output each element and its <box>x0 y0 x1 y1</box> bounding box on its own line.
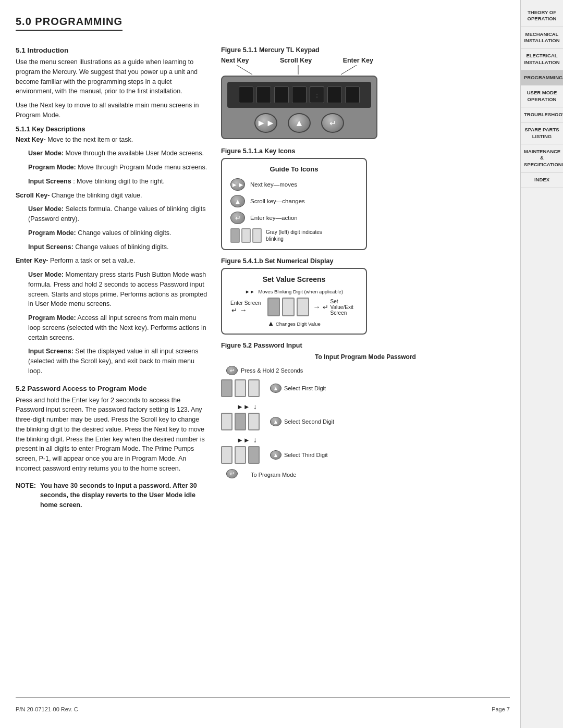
digit-sm-gray <box>230 228 240 243</box>
digit-4 <box>292 87 307 103</box>
digit-sm-1 <box>241 228 251 243</box>
scroll-input-screens-desc: Input Screens: Change values of blinking… <box>28 242 209 252</box>
enter-program-mode-label: Program Mode: <box>28 314 76 322</box>
icon-digit-label: Gray (left) digit indicates blinking <box>266 229 339 242</box>
key-icons-box: Guide To Icons ►► Next key—moves ▲ Scrol… <box>221 158 367 250</box>
digit-7 <box>345 87 360 103</box>
digit-display-med <box>267 298 309 316</box>
digit-display-sm <box>230 228 262 243</box>
input-screens-text: : Move blinking digit to the right. <box>73 178 165 185</box>
note-row: NOTE: You have 30 seconds to input a pas… <box>16 481 209 510</box>
scroll-icon-3: ▲ <box>270 450 282 460</box>
enter-icon-pw: ↵ <box>226 366 238 375</box>
password-figure: To Input Program Mode Password ↵ Press &… <box>221 353 510 478</box>
scroll-program-mode-desc: Program Mode: Change values of blinking … <box>28 228 209 238</box>
fig511a-label: Figure 5.1.1.a Key Icons <box>221 147 510 155</box>
input-screens-desc: Input Screens : Move blinking digit to t… <box>28 177 209 187</box>
sidebar-item-index[interactable]: INDEX <box>521 172 563 188</box>
pw-digit-1c <box>248 379 260 397</box>
select-first-digit: Select First Digit <box>284 385 326 391</box>
scroll-key-label: Scroll Key- <box>16 192 50 199</box>
sidebar-item-programming[interactable]: PROGRAMMING <box>521 70 563 85</box>
scroll-user-mode-label: User Mode: <box>28 205 64 213</box>
pw-digit-2b <box>235 413 246 430</box>
set-value-title: Set Value Screens <box>230 275 358 283</box>
enter-icon: ↵ <box>230 212 245 224</box>
digit-3 <box>274 87 289 103</box>
password-step-2: ▲ Select Second Digit <box>221 413 510 430</box>
scroll-key-callout: Scroll Key <box>280 57 312 64</box>
icon-scroll-label: Scroll key—changes <box>250 198 305 204</box>
enter-key-text: Perform a task or set a value. <box>50 257 135 264</box>
left-column: 5.1 Introduction Use the menu screen ill… <box>16 39 209 515</box>
icon-enter-row: ↵ Enter key—action <box>230 212 358 224</box>
enter-button[interactable]: ↵ <box>321 113 344 133</box>
sidebar-item-theory[interactable]: THEORY OFOPERATION <box>521 5 563 27</box>
pw-digit-2c <box>248 413 260 430</box>
scroll-button[interactable]: ▲ <box>288 113 311 133</box>
next-icon: ►► <box>230 178 245 191</box>
keypad-display: : <box>227 82 371 108</box>
input-screens-label: Input Screens <box>28 178 71 185</box>
sidebar-item-maintenance[interactable]: MAINTENANCE &SPECIFICATIONS <box>521 144 563 172</box>
pw-digit-2a <box>221 413 232 430</box>
fig511-label: Figure 5.1.1 Mercury TL Keypad <box>221 46 510 54</box>
pw-digit-1a <box>221 379 232 397</box>
section-511-title: 5.1.1 Key Descriptions <box>16 126 209 133</box>
section-51-title: 5.1 Introduction <box>16 46 209 54</box>
user-mode-text: Move through the available User Mode scr… <box>66 150 204 157</box>
to-program-mode-row: ↵ To Program Mode <box>226 469 510 478</box>
scroll-input-screens-text: Change values of blinking digits. <box>75 243 168 251</box>
sidebar-item-user-mode[interactable]: USER MODEOPERATION <box>521 85 563 107</box>
exit-screen-label: Set Value/Exit Screen <box>331 299 358 316</box>
arrow-down-1: ►► ↓ <box>237 402 510 411</box>
next-button[interactable]: ►► <box>254 113 277 133</box>
enter-input-screens-desc: Input Screens: Set the displayed value i… <box>28 347 209 376</box>
arrow-down-2: ►► ↓ <box>237 436 510 444</box>
pw-digit-3a <box>221 446 232 464</box>
scroll-key-text: Change the blinking digit value. <box>52 192 142 199</box>
next-key-text: Move to the next item or task. <box>47 136 133 143</box>
sidebar-item-troubleshooting[interactable]: TROUBLESHOOTING <box>521 107 563 122</box>
set-value-row: Enter Screen ↵ → → ↵ Set Value/Ex <box>230 298 358 316</box>
sidebar: THEORY OFOPERATION MECHANICALINSTALLATIO… <box>520 0 563 728</box>
sidebar-item-electrical[interactable]: ELECTRICALINSTALLATION <box>521 48 563 70</box>
changes-digit-label: ▲ Changes Digit Value <box>230 319 358 327</box>
note-box: NOTE: You have 30 seconds to input a pas… <box>16 481 209 510</box>
scroll-icon-1: ▲ <box>270 384 282 393</box>
enter-user-mode-desc: User Mode: Momentary press starts Push B… <box>28 270 209 309</box>
enter-key-label: Enter Key- <box>16 257 48 264</box>
footer-right: Page 7 <box>492 706 510 712</box>
next-key-callout: Next Key <box>221 57 249 64</box>
icon-next-label: Next key—moves <box>250 181 297 188</box>
pw-digit-3c <box>248 446 260 464</box>
icon-enter-label: Enter key—action <box>250 215 298 221</box>
enter-icon-final: ↵ <box>226 469 238 478</box>
sidebar-item-mechanical[interactable]: MECHANICALINSTALLATION <box>521 27 563 49</box>
moves-blinking-label: Moves Blinking Digit (when applicable) <box>258 289 343 294</box>
program-mode-text: Move through Program Mode menu screens. <box>78 164 207 171</box>
changes-digit-text: Changes Digit Value <box>276 321 321 327</box>
user-mode-desc: User Mode: Move through the available Us… <box>28 149 209 158</box>
program-mode-desc: Program Mode: Move through Program Mode … <box>28 163 209 172</box>
guide-to-icons-title: Guide To Icons <box>230 165 358 173</box>
enter-input-screens-label: Input Screens: <box>28 348 74 355</box>
icon-next-row: ►► Next key—moves <box>230 178 358 191</box>
next-key-label: Next Key- <box>16 136 46 143</box>
footer-left: P/N 20-07121-00 Rev. C <box>16 706 78 712</box>
password-title: To Input Program Mode Password <box>221 353 510 361</box>
press-hold-row: ↵ Press & Hold 2 Seconds <box>226 366 510 375</box>
enter-key-callout: Enter Key <box>343 57 373 64</box>
select-second-digit: Select Second Digit <box>284 418 334 425</box>
scroll-program-mode-label: Program Mode: <box>28 229 76 237</box>
scroll-program-mode-text: Change values of blinking digits. <box>78 229 171 237</box>
digit-med-3 <box>297 298 309 316</box>
page-header: 5.0 PROGRAMMING <box>16 16 510 31</box>
password-step-1: ▲ Select First Digit <box>221 379 510 397</box>
sidebar-item-spare-parts[interactable]: SPARE PARTSLISTING <box>521 122 563 144</box>
section-52-title: 5.2 Password Access to Program Mode <box>16 385 209 392</box>
enter-screen-label: Enter Screen ↵ → <box>230 300 263 314</box>
pw-digit-display-3 <box>221 446 260 464</box>
icon-digit-row: Gray (left) digit indicates blinking <box>230 228 358 243</box>
keypad-figure: : ►► ▲ ↵ <box>221 76 377 139</box>
